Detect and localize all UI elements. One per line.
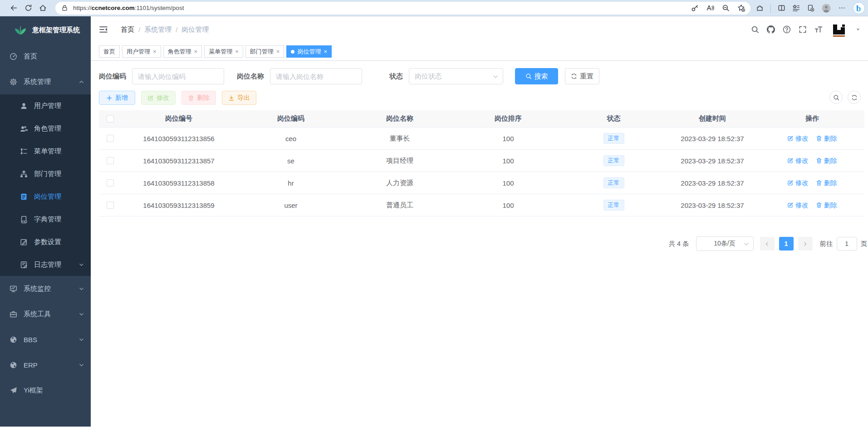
sidebar-item-menu-management[interactable]: 菜单管理 (0, 140, 91, 162)
row-edit-link[interactable]: 修改 (787, 179, 809, 187)
search-icon (833, 94, 839, 101)
browser-home-button[interactable] (35, 1, 50, 15)
row-edit-link[interactable]: 修改 (787, 134, 809, 143)
col-status: 状态 (563, 114, 665, 123)
browser-back-button[interactable] (6, 1, 21, 15)
avatar-caret-down-icon[interactable] (855, 27, 861, 32)
tab-close-icon[interactable]: × (324, 49, 327, 54)
next-page-button[interactable] (798, 237, 813, 250)
tab-role-management[interactable]: 角色管理× (163, 45, 202, 58)
copilot-icon[interactable] (853, 2, 865, 15)
post-badge-icon (20, 193, 28, 201)
page-size-select[interactable]: 10条/页 (696, 236, 754, 251)
sidebar-item-erp[interactable]: ERP (0, 352, 91, 378)
reset-button[interactable]: 重置 (565, 68, 599, 84)
sidebar-item-log-management[interactable]: 日志管理 (0, 253, 91, 276)
current-page-button[interactable]: 1 (779, 237, 794, 250)
search-button[interactable]: 搜索 (515, 68, 558, 84)
help-icon[interactable] (783, 25, 791, 34)
breadcrumb-system[interactable]: 系统管理 (144, 25, 172, 34)
user-avatar[interactable] (830, 21, 848, 38)
cell-post-id: 1641030593112313857 (122, 157, 236, 165)
back-icon (11, 6, 16, 10)
dictionary-book-icon (20, 216, 28, 223)
sidebar-item-role-management[interactable]: 角色管理 (0, 117, 91, 140)
collections-icon[interactable] (807, 4, 814, 12)
sidebar-item-bbs[interactable]: BBS (0, 327, 91, 352)
row-checkbox[interactable] (107, 135, 114, 142)
row-edit-link[interactable]: 修改 (787, 201, 809, 210)
goto-page-input[interactable] (837, 237, 857, 250)
sidebar-item-system-tools[interactable]: 系统工具 (0, 301, 91, 327)
row-delete-link[interactable]: 删除 (816, 134, 837, 143)
favorites-icon[interactable] (792, 4, 800, 12)
fullscreen-icon[interactable] (799, 25, 807, 34)
extensions-icon[interactable] (756, 4, 764, 12)
tab-home[interactable]: 首页 (99, 45, 120, 58)
breadcrumb-home[interactable]: 首页 (121, 25, 134, 34)
sidebar-item-param-settings[interactable]: 参数设置 (0, 231, 91, 253)
sidebar-item-user-management[interactable]: 用户管理 (0, 94, 91, 117)
refresh-table-button[interactable] (848, 91, 861, 104)
text-size-icon[interactable] (814, 25, 823, 34)
delete-button[interactable]: 删除 (181, 91, 216, 105)
tab-close-icon[interactable]: × (235, 49, 239, 54)
header-search-icon[interactable] (751, 25, 759, 34)
sidebar-item-label: 角色管理 (34, 124, 61, 133)
select-all-checkbox[interactable] (107, 115, 114, 123)
sidebar-item-home[interactable]: 首页 (0, 44, 91, 69)
sidebar-item-dict-management[interactable]: 字典管理 (0, 208, 91, 231)
row-edit-link[interactable]: 修改 (787, 157, 809, 165)
edit-button[interactable]: 修改 (141, 91, 176, 105)
post-name-input[interactable] (270, 68, 362, 84)
add-favorite-icon[interactable] (737, 4, 745, 12)
chevron-down-icon (492, 74, 499, 80)
sidebar-item-yi-framework[interactable]: Yi框架 (0, 378, 91, 403)
tab-close-icon[interactable]: × (276, 49, 280, 54)
tab-post-management[interactable]: 岗位管理× (286, 45, 332, 58)
dashboard-icon (10, 53, 17, 60)
org-tree-icon (20, 170, 28, 178)
add-button[interactable]: 新增 (99, 91, 135, 105)
tab-close-icon[interactable]: × (194, 49, 198, 54)
cell-created: 2023-03-29 18:52:37 (665, 179, 760, 187)
tab-menu-management[interactable]: 菜单管理× (204, 45, 243, 58)
row-delete-link[interactable]: 删除 (816, 179, 837, 187)
row-checkbox[interactable] (107, 157, 114, 164)
browser-menu-icon[interactable] (838, 4, 846, 12)
post-code-input[interactable] (132, 68, 224, 84)
password-key-icon[interactable] (691, 4, 699, 12)
sidebar-item-dept-management[interactable]: 部门管理 (0, 162, 91, 185)
sidebar-item-post-management[interactable]: 岗位管理 (0, 185, 91, 208)
tab-user-management[interactable]: 用户管理× (122, 45, 161, 58)
address-bar[interactable]: https://ccnetcore.com:1101/system/post (55, 2, 750, 15)
zoom-out-icon[interactable] (722, 4, 730, 12)
sidebar-item-label: 参数设置 (34, 238, 61, 246)
edit-icon (787, 202, 794, 208)
sidebar-item-system-monitor[interactable]: 系统监控 (0, 276, 91, 301)
sidebar-fold-icon[interactable] (99, 25, 108, 34)
tab-dept-management[interactable]: 部门管理× (245, 45, 284, 58)
export-button[interactable]: 导出 (222, 91, 256, 105)
tab-close-icon[interactable]: × (153, 49, 157, 54)
row-delete-link[interactable]: 删除 (816, 157, 837, 165)
row-checkbox[interactable] (107, 201, 114, 209)
navbar-actions (751, 21, 861, 38)
split-screen-icon[interactable] (778, 4, 785, 12)
url-text[interactable]: https://ccnetcore.com:1101/system/post (73, 5, 184, 11)
prev-page-button[interactable] (760, 237, 775, 250)
status-label: 状态 (389, 72, 403, 81)
status-select[interactable]: 岗位状态 (409, 68, 503, 84)
browser-profile-avatar[interactable] (821, 3, 831, 13)
table-header-row: 岗位编号 岗位编码 岗位名称 岗位排序 状态 创建时间 操作 (99, 110, 864, 128)
toggle-search-button[interactable] (829, 91, 843, 104)
sidebar-item-system-management[interactable]: 系统管理 (0, 69, 91, 94)
read-aloud-icon[interactable] (706, 4, 714, 12)
github-icon[interactable] (767, 25, 775, 34)
chevron-left-icon (764, 241, 770, 247)
site-lock-icon[interactable] (61, 4, 69, 12)
browser-reload-button[interactable] (21, 1, 35, 15)
row-checkbox[interactable] (107, 179, 114, 187)
chevron-down-icon (78, 337, 84, 343)
row-delete-link[interactable]: 删除 (816, 201, 837, 210)
